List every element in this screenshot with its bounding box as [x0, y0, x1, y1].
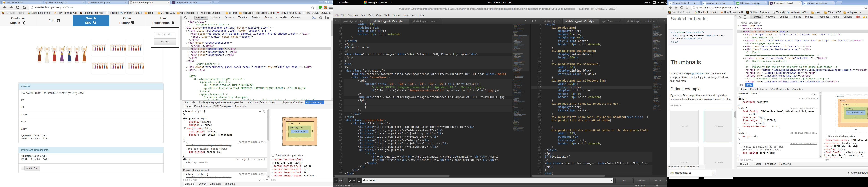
svg-text:8: 8	[703, 2, 705, 5]
svg-text:n: n	[3, 12, 3, 14]
svg-text:w3: w3	[737, 2, 739, 4]
svg-text:P: P	[670, 2, 671, 4]
svg-text:n: n	[669, 12, 670, 13]
svg-text:B: B	[771, 2, 772, 4]
svg-text:PMA: PMA	[3, 3, 5, 4]
svg-text:8: 8	[804, 2, 806, 5]
svg-text:B: B	[173, 2, 174, 4]
